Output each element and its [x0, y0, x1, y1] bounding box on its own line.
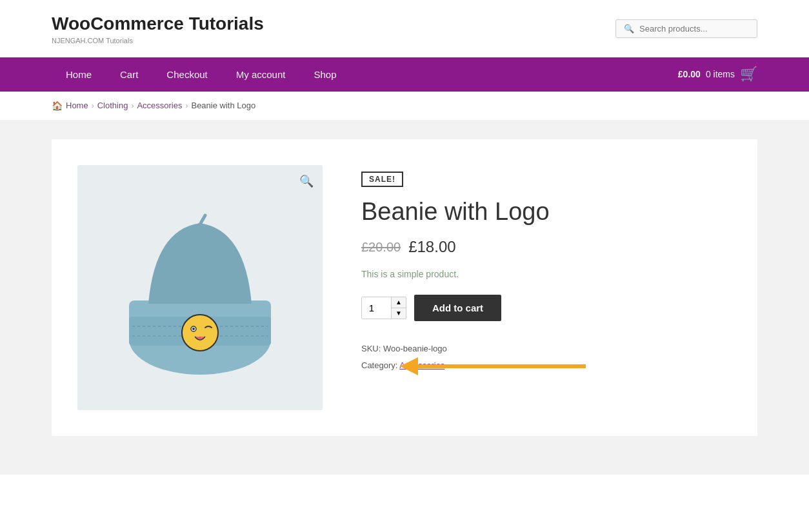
zoom-icon[interactable]: 🔍 — [299, 174, 314, 188]
sku-label: SKU: — [361, 344, 381, 353]
product-image-wrap: 🔍 — [77, 165, 323, 410]
sku-value: Woo-beanie-logo — [383, 344, 447, 353]
search-form[interactable]: 🔍 — [615, 19, 757, 38]
product-title: Beanie with Logo — [361, 197, 732, 227]
sale-badge: SALE! — [361, 172, 403, 187]
nav-myaccount[interactable]: My account — [222, 57, 300, 92]
category-label: Category: — [361, 360, 397, 370]
site-branding: WooCommerce Tutorials NJENGAH.COM Tutori… — [52, 13, 264, 44]
main-content: 🔍 — [0, 120, 809, 475]
site-tagline: NJENGAH.COM Tutorials — [52, 37, 264, 44]
breadcrumb-clothing[interactable]: Clothing — [97, 101, 128, 110]
product-image — [110, 191, 290, 384]
price-old: £20.00 — [361, 240, 401, 255]
nav-checkout[interactable]: Checkout — [152, 57, 221, 92]
breadcrumb-sep-2: › — [131, 101, 134, 110]
cart-items-count: 0 items — [706, 69, 735, 79]
price-wrap: £20.00 £18.00 — [361, 238, 732, 256]
qty-spinners: ▲ ▼ — [391, 297, 406, 319]
quantity-input-wrap[interactable]: ▲ ▼ — [361, 297, 406, 319]
qty-down-button[interactable]: ▼ — [392, 308, 406, 319]
add-to-cart-row: ▲ ▼ Add to cart — [361, 295, 732, 321]
arrow-head-left — [400, 357, 418, 375]
site-header: WooCommerce Tutorials NJENGAH.COM Tutori… — [0, 0, 809, 57]
cart-icon[interactable]: 🛒 — [740, 66, 757, 83]
quantity-input[interactable] — [362, 297, 391, 319]
breadcrumb: 🏠 Home › Clothing › Accessories › Beanie… — [0, 92, 809, 120]
home-icon: 🏠 — [52, 101, 63, 111]
product-meta-wrap: SKU: Woo-beanie-logo Category: Accessori… — [361, 340, 732, 374]
breadcrumb-current: Beanie with Logo — [191, 101, 255, 110]
nav-cart[interactable]: Cart — [106, 57, 152, 92]
nav-links: Home Cart Checkout My account Shop — [52, 57, 350, 92]
product-card: 🔍 — [52, 139, 757, 436]
site-nav: Home Cart Checkout My account Shop £0.00… — [0, 57, 809, 92]
svg-point-6 — [182, 315, 218, 351]
breadcrumb-sep-1: › — [92, 101, 94, 110]
sku-row: SKU: Woo-beanie-logo — [361, 340, 732, 357]
breadcrumb-home[interactable]: Home — [66, 101, 88, 110]
price-new: £18.00 — [408, 238, 455, 256]
site-title: WooCommerce Tutorials — [52, 13, 264, 35]
cart-summary: £0.00 0 items 🛒 — [678, 66, 757, 83]
breadcrumb-accessories[interactable]: Accessories — [137, 101, 182, 110]
product-details: SALE! Beanie with Logo £20.00 £18.00 Thi… — [361, 165, 732, 410]
cart-total: £0.00 — [678, 69, 701, 79]
breadcrumb-sep-3: › — [185, 101, 188, 110]
arrow-annotation — [400, 357, 586, 375]
arrow-line — [418, 364, 586, 368]
add-to-cart-button[interactable]: Add to cart — [414, 295, 501, 321]
nav-shop[interactable]: Shop — [299, 57, 350, 92]
qty-up-button[interactable]: ▲ — [392, 297, 406, 308]
product-description: This is a simple product. — [361, 269, 732, 279]
svg-line-5 — [200, 215, 205, 224]
svg-point-8 — [192, 328, 195, 330]
search-icon: 🔍 — [624, 24, 634, 34]
search-input[interactable] — [639, 24, 743, 34]
nav-home[interactable]: Home — [52, 57, 106, 92]
